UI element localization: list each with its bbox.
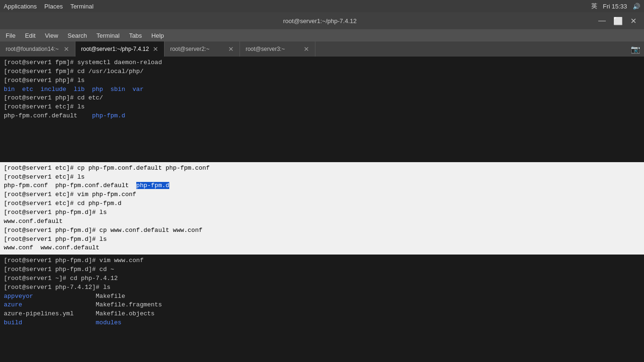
pane-light[interactable]: [root@server1 etc]# cp php-fpm.conf.defa…: [0, 162, 644, 255]
term-line: [root@server1 php-fpm.d]# cd ~: [4, 265, 640, 274]
menu-terminal[interactable]: Terminal: [93, 31, 124, 40]
volume-icon[interactable]: 🔊: [633, 3, 640, 10]
close-button[interactable]: ✕: [628, 16, 638, 25]
term-line: [root@server1 php]# ls: [4, 76, 640, 85]
term-line: [root@server1 php]# cd etc/: [4, 94, 640, 103]
pane-lower-dark[interactable]: [root@server1 php-fpm.d]# vim www.conf […: [0, 255, 644, 362]
term-line: [root@server1 etc]# ls: [4, 173, 640, 182]
tab-close-server3[interactable]: ✕: [304, 45, 309, 53]
term-line: www.conf www.conf.default: [4, 244, 640, 253]
tab-server3[interactable]: root@server3:~ ✕: [240, 41, 315, 57]
term-line: [root@server1 fpm]# cd /usr/local/php/: [4, 67, 640, 76]
term-line: [root@server1 php-fpm.d]# ls: [4, 235, 640, 244]
menu-search[interactable]: Search: [64, 31, 91, 40]
term-line: [root@server1 fpm]# systemctl daemon-rel…: [4, 58, 640, 67]
term-line: azure Makefile.fragments: [4, 301, 640, 310]
term-line: azure-pipelines.yml Makefile.objects: [4, 310, 640, 319]
pane-upper-dark[interactable]: [root@server1 fpm]# systemctl daemon-rel…: [0, 57, 644, 162]
tab-close-foundation14[interactable]: ✕: [64, 45, 69, 53]
system-bar: Applications Places Terminal 英 Fri 15:33…: [0, 0, 644, 12]
tab-actions: 📷: [627, 41, 644, 57]
applications-menu[interactable]: Applications: [4, 3, 37, 10]
tab-label: root@foundation14:~: [6, 46, 59, 52]
title-bar: root@server1:~/php-7.4.12 — ⬜ ✕: [0, 12, 644, 29]
menu-bar: File Edit View Search Terminal Tabs Help: [0, 29, 644, 41]
term-line: [root@server1 etc]# cp php-fpm.conf.defa…: [4, 164, 640, 173]
tab-close-server2[interactable]: ✕: [228, 45, 234, 53]
tab-label: root@server1:~/php-7.4.12: [81, 46, 149, 52]
term-line: build modules: [4, 319, 640, 328]
menu-edit[interactable]: Edit: [21, 31, 39, 40]
screenshot-icon[interactable]: 📷: [631, 45, 640, 54]
terminal-menu[interactable]: Terminal: [70, 3, 93, 10]
term-line: [root@server1 ~]# cd php-7.4.12: [4, 274, 640, 283]
tab-server2[interactable]: root@server2:~ ✕: [165, 41, 240, 57]
tab-server1-php[interactable]: root@server1:~/php-7.4.12 ✕: [75, 41, 165, 57]
system-bar-left: Applications Places Terminal: [4, 3, 93, 10]
maximize-button[interactable]: ⬜: [611, 16, 625, 25]
tab-bar: root@foundation14:~ ✕ root@server1:~/php…: [0, 41, 644, 57]
menu-file[interactable]: File: [2, 31, 19, 40]
terminal-window: root@server1:~/php-7.4.12 — ⬜ ✕ File Edi…: [0, 12, 644, 362]
menu-tabs[interactable]: Tabs: [125, 31, 146, 40]
window-controls: — ⬜ ✕: [596, 16, 638, 25]
tab-foundation14[interactable]: root@foundation14:~ ✕: [0, 41, 75, 57]
minimize-button[interactable]: —: [596, 16, 608, 25]
term-line: www.conf.default: [4, 217, 640, 226]
tab-label: root@server3:~: [246, 46, 285, 52]
system-bar-right: 英 Fri 15:33 🔊: [591, 2, 640, 10]
term-line: [root@server1 php-fpm.d]# cp www.conf.de…: [4, 226, 640, 235]
term-line: [root@server1 php-fpm.d]# vim www.conf: [4, 256, 640, 265]
menu-help[interactable]: Help: [148, 31, 168, 40]
term-line: appveyor Makefile: [4, 292, 640, 301]
term-line: [root@server1 etc]# cd php-fpm.d: [4, 199, 640, 208]
menu-view[interactable]: View: [41, 31, 62, 40]
language-indicator: 英: [591, 2, 597, 10]
term-line: [root@server1 php-fpm.d]# ls: [4, 208, 640, 217]
term-line: [root@server1 etc]# vim php-fpm.conf: [4, 190, 640, 199]
term-line: php-fpm.conf.default php-fpm.d: [4, 112, 640, 121]
places-menu[interactable]: Places: [44, 3, 63, 10]
term-line: bin etc include lib php sbin var: [4, 85, 640, 94]
term-line: php-fpm.conf php-fpm.conf.default php-fp…: [4, 181, 640, 190]
clock: Fri 15:33: [603, 3, 627, 10]
tab-close-server1[interactable]: ✕: [153, 45, 158, 53]
term-line: [root@server1 etc]# ls: [4, 103, 640, 112]
term-line: [root@server1 php-7.4.12]# ls: [4, 283, 640, 292]
window-title: root@server1:~/php-7.4.12: [43, 17, 596, 25]
tab-label: root@server2:~: [170, 46, 209, 52]
terminal-content[interactable]: [root@server1 fpm]# systemctl daemon-rel…: [0, 57, 644, 362]
